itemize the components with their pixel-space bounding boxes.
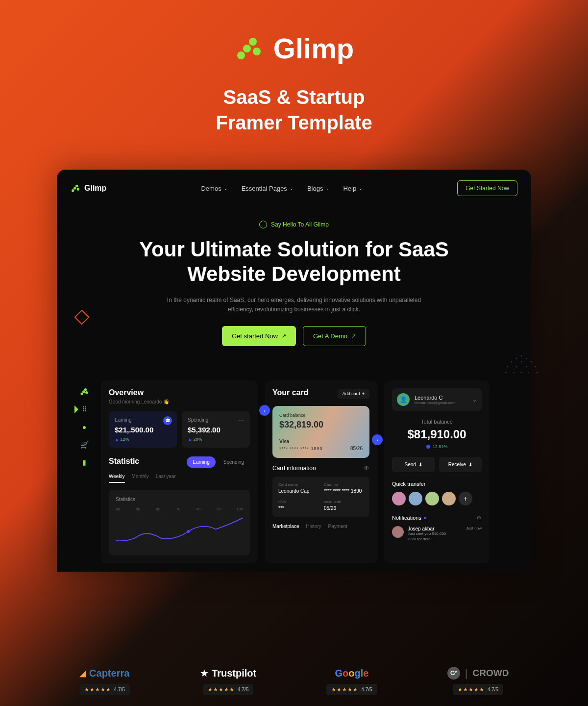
svg-point-2 [249,38,257,46]
greeting-text: Good morning Leonardo 👋 [109,399,250,404]
nav-item-essential-pages[interactable]: Essential Pages⌄ [242,185,294,192]
svg-point-15 [516,366,517,368]
download-icon: ⬇ [468,462,472,467]
tab-history[interactable]: History [306,524,321,529]
unread-dot-icon [424,517,426,519]
svg-point-25 [84,388,87,391]
svg-point-17 [535,366,536,368]
trustpilot-icon: ★ [200,667,209,679]
svg-point-18 [505,372,507,374]
transfer-contact-avatar[interactable] [409,492,422,505]
tab-last-year[interactable]: Last year [156,474,176,483]
statistic-title: Statistic [109,457,139,466]
overview-panel: Overview Good morning Leonardo 👋 💬 Earni… [101,380,258,563]
nav-logo[interactable]: Glimp [71,183,106,193]
sidebar-logo-icon [80,387,89,396]
capterra-icon: ◢ [79,668,86,679]
carousel-prev-button[interactable]: › [259,405,270,416]
line-chart [116,514,243,549]
star-rating-icon: ★★★★★ [331,686,358,693]
spending-card[interactable]: ⋯ Spending $5,392.00 ▲ 20% [182,411,250,448]
svg-point-12 [521,361,522,363]
sidebar-item-chat[interactable]: ● [80,423,89,431]
add-contact-button[interactable]: + [459,492,472,505]
tab-weekly[interactable]: Weekly [109,474,125,483]
send-button[interactable]: Send ⬇ [392,457,435,472]
g2-icon: G² [447,667,460,680]
card-info-title: Card information [272,465,316,472]
chevron-down-icon: ⌄ [359,186,363,191]
overview-title: Overview [109,388,250,397]
nav-menu: Demos⌄ Essential Pages⌄ Blogs⌄ Help⌄ [201,185,363,192]
tab-payment[interactable]: Payment [328,524,347,529]
user-dropdown[interactable]: 👤 Leonardo C leonardocc@gmail.com ⌄ [392,388,482,411]
plus-icon: + [362,391,365,396]
earning-card[interactable]: 💬 Earning $21,.500.00 ▲ 12% [109,411,177,448]
more-icon[interactable]: ⋯ [238,417,244,424]
chevron-down-icon: ⌄ [472,397,477,403]
notifications-title: Notifications [392,515,421,521]
svg-point-7 [77,188,79,190]
page-title: Your Ultimate Solution for SaaS Website … [71,237,517,287]
promo-hero: Glimp SaaS & Startup Framer Template [0,0,588,150]
review-google: Google ★★★★★4.7/5 [326,666,377,695]
tagline: SaaS & Startup Framer Template [0,84,588,135]
transfer-contact-avatar[interactable] [442,492,456,505]
total-balance-value: $81,910.00 [392,428,482,441]
svg-point-24 [82,390,85,393]
tab-monthly[interactable]: Monthly [132,474,149,483]
svg-point-23 [81,393,83,395]
svg-point-20 [521,372,522,374]
svg-point-16 [526,366,527,368]
eye-off-icon[interactable]: 👁 [364,465,369,472]
page-subtitle: In the dynamic realm of SaaS, our hero e… [167,296,421,314]
dashboard-sidebar: ⠿ ● 🛒 ▮ [74,380,94,563]
svg-point-11 [511,361,513,363]
chevron-down-icon: ⌄ [290,186,294,191]
svg-point-1 [243,45,251,52]
svg-point-4 [72,189,74,192]
trend-dot-icon [426,445,430,449]
dashboard-preview: ⠿ ● 🛒 ▮ Overview Good morning Leonardo 👋… [71,380,490,563]
tab-marketplace[interactable]: Marketplace [272,524,299,529]
nav-item-blogs[interactable]: Blogs⌄ [307,185,330,192]
notification-item[interactable]: Josep akbar Just sent you $10,000 Click … [392,526,482,541]
card-info-box: Card nameLeonardo Cap Card no**** **** *… [272,477,369,517]
transfer-contact-avatar[interactable] [425,492,439,505]
review-logos: ◢Capterra ★★★★★4.7/5 ★Trustpilot ★★★★★4.… [0,666,588,695]
statistics-chart: Statistics 40 50 60 70 80 90 100 [109,490,250,555]
svg-point-27 [187,530,190,533]
sidebar-item-wallet[interactable]: ▮ [80,458,89,467]
sidebar-item-cart[interactable]: 🛒 [80,440,89,449]
star-rating-icon: ★★★★★ [84,686,111,693]
nav-item-help[interactable]: Help⌄ [343,185,363,192]
account-panel: 👤 Leonardo C leonardocc@gmail.com ⌄ Tota… [384,380,490,563]
svg-point-13 [531,361,532,363]
get-started-button[interactable]: Get started Now↗ [222,326,296,346]
site-nav: Glimp Demos⌄ Essential Pages⌄ Blogs⌄ Hel… [71,180,517,196]
svg-point-8 [521,355,522,357]
avatar [392,526,404,538]
carousel-next-button[interactable]: › [372,434,383,445]
glimp-logo-icon [71,183,80,193]
transfer-contact-avatar[interactable] [392,492,406,505]
svg-point-22 [537,372,538,374]
svg-point-0 [237,51,245,59]
glimp-logo-icon [234,34,264,63]
svg-point-19 [514,372,515,374]
sidebar-item-dashboard[interactable]: ⠿ [80,405,89,414]
gear-icon[interactable]: ⚙ [476,514,482,521]
get-started-button[interactable]: Get Started Now [457,180,517,196]
credit-card[interactable]: Card balance $32,819.00 Visa **** **** *… [272,406,369,458]
arrow-icon: ↗ [282,333,286,339]
chat-icon: 💬 [163,416,172,425]
tab-spending[interactable]: Spending [218,456,250,468]
add-card-button[interactable]: Add card + [338,389,369,399]
receive-button[interactable]: Receive ⬇ [439,457,482,472]
svg-point-26 [85,391,88,394]
svg-point-6 [75,185,78,187]
chevron-down-icon: ⌄ [224,186,228,191]
tab-earning[interactable]: Earning [187,456,215,468]
nav-item-demos[interactable]: Demos⌄ [201,185,227,192]
get-demo-button[interactable]: Get A Demo↗ [303,326,366,346]
